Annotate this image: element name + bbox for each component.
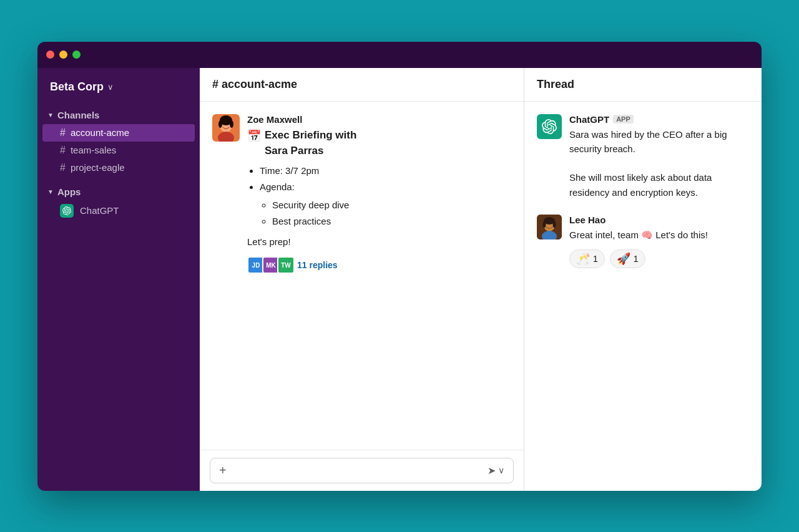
- reaction-rocket-emoji: 🚀: [617, 252, 630, 266]
- thread-message-body-chatgpt: ChatGPT APP Sara was hired by the CEO af…: [569, 114, 749, 200]
- reaction-toast-emoji: 🥂: [576, 252, 590, 266]
- channel-name: team-sales: [71, 145, 116, 155]
- apps-collapse-icon: ▼: [47, 188, 54, 195]
- thread-panel: Thread ChatGPT APP: [524, 68, 762, 491]
- svg-point-11: [553, 221, 556, 228]
- svg-point-4: [218, 120, 222, 128]
- channel-name: account-acme: [71, 127, 129, 138]
- reaction-toast[interactable]: 🥂 1: [569, 249, 605, 268]
- channels-collapse-icon: ▼: [47, 112, 54, 118]
- thread-sender-chatgpt: ChatGPT APP: [569, 114, 749, 125]
- app-badge: APP: [613, 115, 634, 123]
- title-suffix: Sara Parras: [265, 145, 324, 157]
- sender-name: Zoe Maxwell: [247, 114, 302, 125]
- sidebar-item-team-sales[interactable]: # team-sales: [42, 142, 195, 159]
- reply-avatar-3: TW: [277, 256, 295, 274]
- thread-preview[interactable]: JD MK TW 11 replies: [247, 256, 511, 274]
- reply-avatars: JD MK TW: [247, 256, 292, 274]
- bullet-list: Time: 3/7 2pm Agenda: Security deep dive…: [260, 164, 511, 229]
- thread-content: ChatGPT APP Sara was hired by the CEO af…: [524, 102, 762, 491]
- thread-header: Thread: [524, 68, 762, 102]
- calendar-emoji: 📅: [247, 128, 261, 145]
- hash-icon: #: [60, 127, 66, 138]
- chatgpt-icon: [60, 204, 74, 218]
- sender-lee: Lee Hao: [569, 215, 605, 225]
- apps-section-header: ▼ Apps: [37, 183, 200, 201]
- hash-icon: #: [60, 145, 66, 156]
- title-text: Exec Briefing with Sara Parras: [265, 127, 356, 159]
- chatgpt-label: ChatGPT: [80, 205, 119, 216]
- thread-message-chatgpt: ChatGPT APP Sara was hired by the CEO af…: [537, 114, 749, 200]
- channel-main: # account-acme: [200, 68, 524, 491]
- thread-sender-lee: Lee Hao: [569, 215, 749, 225]
- compose-bar: + ➤ ∨: [200, 450, 524, 491]
- channels-section-header: ▼ Channels: [37, 106, 200, 124]
- traffic-lights: [46, 51, 81, 59]
- message-body-zoe: Zoe Maxwell 📅 Exec Briefing with Sara Pa…: [247, 114, 511, 274]
- compose-send-button[interactable]: ➤ ∨: [488, 465, 504, 476]
- compose-inner: + ➤ ∨: [210, 458, 514, 483]
- channel-header: # account-acme: [200, 68, 524, 102]
- list-item-security: Security deep dive: [272, 198, 511, 213]
- channel-name: project-eagle: [71, 162, 125, 173]
- thread-title: Thread: [537, 78, 574, 90]
- list-item-agenda: Agenda: Security deep dive Best practice…: [260, 180, 511, 229]
- send-chevron: ∨: [498, 465, 504, 475]
- svg-point-10: [543, 221, 546, 228]
- hash-icon: #: [60, 162, 66, 173]
- reactions-lee: 🥂 1 🚀 1: [569, 249, 749, 268]
- thread-message-body-lee: Lee Hao Great intel, team 🧠 Let's do thi…: [569, 215, 749, 268]
- channel-name-heading: # account-acme: [212, 78, 297, 90]
- svg-point-5: [230, 120, 233, 128]
- channels-label: Channels: [57, 110, 100, 120]
- sidebar-item-account-acme[interactable]: # account-acme: [42, 124, 195, 142]
- compose-add-button[interactable]: +: [219, 463, 227, 478]
- app-body: Beta Corp ∨ ▼ Channels # account-acme # …: [37, 68, 762, 491]
- thread-message-lee: Lee Hao Great intel, team 🧠 Let's do thi…: [537, 215, 749, 268]
- sidebar-item-chatgpt[interactable]: ChatGPT: [42, 201, 195, 221]
- apps-label: Apps: [57, 186, 81, 197]
- minimize-button[interactable]: [59, 51, 67, 59]
- sender-chatgpt: ChatGPT: [569, 114, 609, 125]
- list-item-best: Best practices: [272, 215, 511, 229]
- channel-content: Zoe Maxwell 📅 Exec Briefing with Sara Pa…: [200, 102, 524, 450]
- avatar-chatgpt: [537, 114, 562, 139]
- message-zoe: Zoe Maxwell 📅 Exec Briefing with Sara Pa…: [212, 114, 511, 274]
- lets-prep: Let's prep!: [247, 235, 511, 249]
- reply-count[interactable]: 11 replies: [297, 260, 338, 270]
- agenda-label: Agenda:: [260, 181, 295, 192]
- apps-section: ▼ Apps ChatGPT: [37, 183, 200, 221]
- sidebar-item-project-eagle[interactable]: # project-eagle: [42, 159, 195, 177]
- list-item-time: Time: 3/7 2pm: [260, 164, 511, 178]
- reaction-rocket[interactable]: 🚀 1: [610, 249, 645, 268]
- avatar-lee: [537, 215, 562, 239]
- reaction-toast-count: 1: [593, 254, 598, 264]
- message-title: 📅 Exec Briefing with Sara Parras: [247, 127, 511, 159]
- send-arrow-icon: ➤: [488, 465, 496, 476]
- reaction-rocket-count: 1: [634, 254, 639, 264]
- sub-bullet-list: Security deep dive Best practices: [272, 198, 511, 229]
- workspace-chevron: ∨: [107, 82, 114, 92]
- thread-text-lee: Great intel, team 🧠 Let's do this!: [569, 228, 749, 242]
- sidebar: Beta Corp ∨ ▼ Channels # account-acme # …: [37, 68, 200, 491]
- message-sender-zoe: Zoe Maxwell: [247, 114, 511, 125]
- workspace-label: Beta Corp: [50, 80, 104, 94]
- close-button[interactable]: [46, 51, 54, 59]
- title-prefix: Exec Briefing with: [265, 129, 356, 141]
- app-window: Beta Corp ∨ ▼ Channels # account-acme # …: [37, 42, 762, 491]
- compose-input[interactable]: [233, 465, 481, 476]
- titlebar: [37, 42, 762, 68]
- message-text-zoe: 📅 Exec Briefing with Sara Parras Time: 3…: [247, 127, 511, 249]
- thread-text-chatgpt: Sara was hired by the CEO after a big se…: [569, 127, 749, 200]
- workspace-name[interactable]: Beta Corp ∨: [37, 80, 200, 106]
- avatar-zoe: [212, 114, 240, 142]
- maximize-button[interactable]: [72, 51, 81, 59]
